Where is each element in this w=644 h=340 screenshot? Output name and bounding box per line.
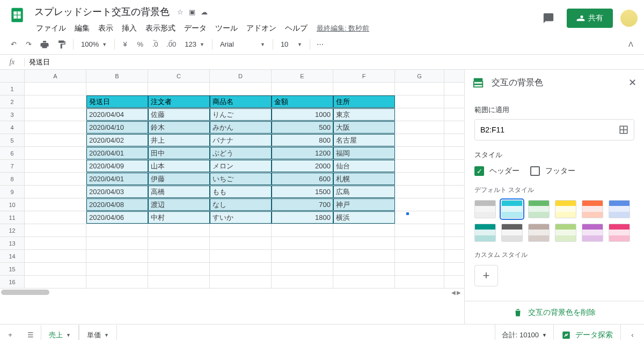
cell[interactable] — [210, 263, 272, 275]
col-header-D[interactable]: D — [210, 70, 272, 82]
range-input[interactable] — [474, 119, 634, 141]
cell[interactable]: 1800 — [272, 211, 333, 224]
cell[interactable]: メロン — [210, 160, 272, 172]
cell[interactable]: 佐藤 — [148, 108, 210, 121]
cell[interactable] — [148, 276, 210, 288]
add-custom-style-button[interactable]: + — [474, 265, 498, 286]
add-sheet-button[interactable]: + — [0, 325, 20, 341]
style-swatch[interactable] — [582, 224, 603, 242]
cell[interactable]: 600 — [272, 173, 333, 185]
cell[interactable]: 2020/04/01 — [86, 147, 148, 159]
currency-button[interactable]: ¥ — [118, 38, 132, 51]
cell[interactable] — [395, 108, 444, 121]
increase-decimal-button[interactable]: .00→ — [163, 38, 179, 51]
cell[interactable]: りんご — [210, 108, 272, 121]
cell[interactable] — [395, 250, 444, 262]
style-swatch[interactable] — [474, 224, 496, 242]
explore-button[interactable]: データ探索 — [553, 324, 620, 340]
cell[interactable]: 神戸 — [333, 198, 395, 211]
cell[interactable] — [148, 224, 210, 236]
cell[interactable] — [25, 198, 86, 211]
cell[interactable] — [25, 224, 86, 236]
cell[interactable]: 2020/04/10 — [86, 121, 148, 134]
cell[interactable]: 田中 — [148, 147, 210, 159]
row-header[interactable]: 13 — [0, 237, 25, 249]
cell[interactable] — [333, 276, 395, 288]
cell[interactable] — [272, 250, 333, 262]
cell[interactable] — [395, 83, 444, 95]
row-header[interactable]: 14 — [0, 250, 25, 262]
star-icon[interactable]: ☆ — [177, 8, 184, 16]
cell[interactable] — [86, 224, 148, 236]
cell[interactable]: 横浜 — [333, 211, 395, 224]
font-size-select[interactable]: 10▼ — [276, 38, 306, 51]
row-header[interactable]: 5 — [0, 134, 25, 146]
cell[interactable]: なし — [210, 198, 272, 211]
cell[interactable] — [25, 134, 86, 146]
print-icon[interactable] — [36, 38, 53, 51]
cell[interactable] — [25, 108, 86, 121]
col-header-F[interactable]: F — [333, 70, 395, 82]
cell[interactable]: 福岡 — [333, 147, 395, 159]
cell[interactable] — [210, 250, 272, 262]
cell[interactable] — [25, 147, 86, 159]
cell[interactable] — [272, 276, 333, 288]
menu-file[interactable]: ファイル — [32, 21, 70, 35]
cell[interactable] — [272, 237, 333, 249]
cell[interactable]: ぶどう — [210, 147, 272, 159]
font-select[interactable]: Arial▼ — [216, 38, 269, 51]
cell[interactable] — [25, 95, 86, 108]
row-header[interactable]: 11 — [0, 211, 25, 224]
cell[interactable]: 東京 — [333, 108, 395, 121]
cell[interactable]: 1500 — [272, 186, 333, 198]
redo-icon[interactable]: ↷ — [21, 38, 35, 51]
cell[interactable]: もも — [210, 186, 272, 198]
comments-icon[interactable] — [538, 8, 559, 29]
cell[interactable]: 名古屋 — [333, 134, 395, 146]
style-swatch[interactable] — [501, 200, 523, 218]
row-header[interactable]: 12 — [0, 224, 25, 236]
cell[interactable] — [272, 83, 333, 95]
cell[interactable]: すいか — [210, 211, 272, 224]
cell[interactable] — [210, 224, 272, 236]
cell[interactable]: 仙台 — [333, 160, 395, 172]
cell[interactable] — [395, 186, 444, 198]
cell[interactable] — [395, 95, 444, 108]
cell[interactable]: 中村 — [148, 211, 210, 224]
cell[interactable] — [25, 173, 86, 185]
cell[interactable]: 800 — [272, 134, 333, 146]
range-input-field[interactable] — [480, 125, 619, 134]
cell[interactable] — [210, 237, 272, 249]
formula-input[interactable] — [25, 58, 644, 66]
cell[interactable]: 金額 — [272, 95, 333, 108]
cell[interactable]: 札幌 — [333, 173, 395, 185]
cell[interactable]: 鈴木 — [148, 121, 210, 134]
percent-button[interactable]: % — [133, 38, 147, 51]
cell[interactable] — [333, 237, 395, 249]
menu-data[interactable]: データ — [180, 21, 210, 35]
cell[interactable] — [395, 211, 444, 224]
style-swatch[interactable] — [501, 224, 523, 242]
cell[interactable] — [272, 263, 333, 275]
cell[interactable] — [25, 263, 86, 275]
cell[interactable]: 商品名 — [210, 95, 272, 108]
zoom-select[interactable]: 100%▼ — [77, 38, 111, 51]
undo-icon[interactable]: ↶ — [6, 38, 20, 51]
share-button[interactable]: 共有 — [567, 9, 613, 28]
sheet-tab-other[interactable]: 単価▼ — [79, 325, 117, 341]
cell[interactable] — [148, 237, 210, 249]
menu-tools[interactable]: ツール — [211, 21, 241, 35]
cell[interactable] — [395, 276, 444, 288]
cell[interactable]: 高橋 — [148, 186, 210, 198]
cell[interactable] — [86, 263, 148, 275]
status-sum[interactable]: 合計: 10100▼ — [495, 324, 553, 340]
row-header[interactable]: 9 — [0, 186, 25, 198]
cell[interactable]: 2020/04/08 — [86, 198, 148, 211]
cell[interactable]: 2020/04/09 — [86, 160, 148, 172]
cell[interactable] — [148, 250, 210, 262]
menu-format[interactable]: 表示形式 — [142, 21, 179, 35]
cell[interactable] — [25, 186, 86, 198]
row-header[interactable]: 15 — [0, 263, 25, 275]
cell[interactable]: 2020/04/04 — [86, 108, 148, 121]
cell[interactable]: 700 — [272, 198, 333, 211]
